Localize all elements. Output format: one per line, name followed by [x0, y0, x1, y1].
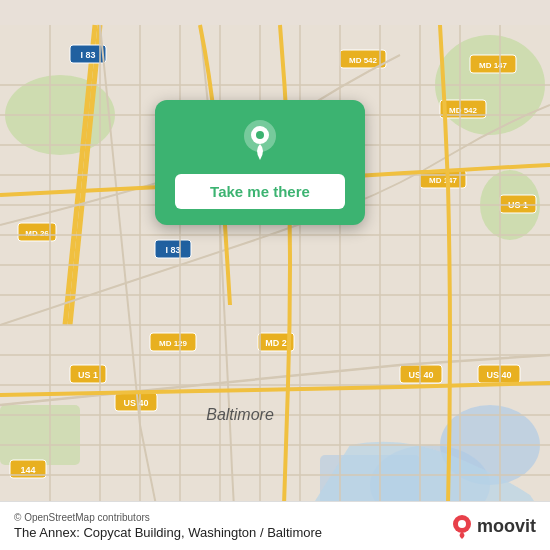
svg-text:MD 542: MD 542 — [449, 106, 478, 115]
svg-text:MD 542: MD 542 — [349, 56, 378, 65]
svg-text:MD 2: MD 2 — [265, 338, 287, 348]
map-container: I 83 I 83 MD 139 MD 542 MD 542 MD 147 MD… — [0, 0, 550, 550]
svg-text:I 83: I 83 — [165, 245, 180, 255]
osm-attribution: © OpenStreetMap contributors — [14, 512, 322, 523]
svg-point-71 — [458, 520, 466, 528]
moovit-brand-text: moovit — [477, 516, 536, 537]
svg-text:US 40: US 40 — [408, 370, 433, 380]
location-name-label: The Annex: Copycat Building, Washington … — [14, 525, 322, 540]
svg-text:MD 147: MD 147 — [479, 61, 508, 70]
bottom-info-bar: © OpenStreetMap contributors The Annex: … — [0, 501, 550, 550]
destination-card: Take me there — [155, 100, 365, 225]
svg-text:144: 144 — [20, 465, 35, 475]
bottom-left-section: © OpenStreetMap contributors The Annex: … — [14, 512, 322, 540]
svg-text:MD 147: MD 147 — [429, 176, 458, 185]
svg-text:MD 26: MD 26 — [25, 229, 49, 238]
take-me-there-button[interactable]: Take me there — [175, 174, 345, 209]
svg-rect-4 — [0, 405, 80, 465]
svg-text:US 40: US 40 — [123, 398, 148, 408]
svg-text:MD 129: MD 129 — [159, 339, 188, 348]
location-pin-icon — [238, 118, 282, 162]
moovit-pin-icon — [451, 513, 473, 539]
moovit-logo: moovit — [451, 513, 536, 539]
svg-point-69 — [256, 131, 264, 139]
svg-text:Baltimore: Baltimore — [206, 406, 274, 423]
svg-text:US 40: US 40 — [486, 370, 511, 380]
svg-text:I 83: I 83 — [80, 50, 95, 60]
svg-text:US 1: US 1 — [78, 370, 98, 380]
